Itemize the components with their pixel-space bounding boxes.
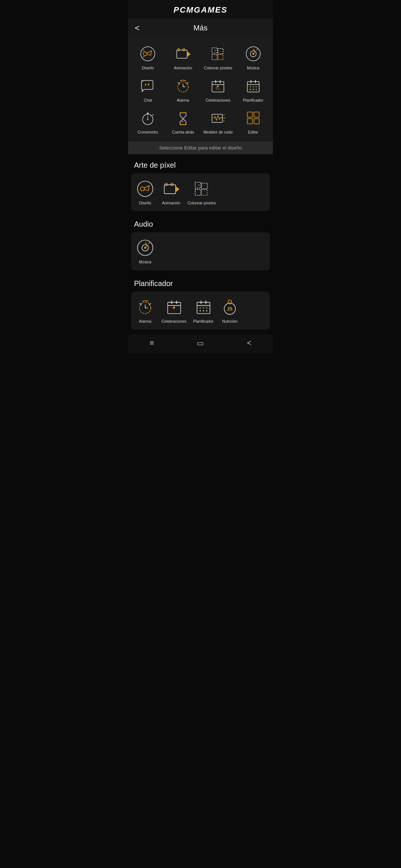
diseno-label: Diseño — [142, 66, 154, 70]
section-animacion[interactable]: Animación — [162, 179, 181, 206]
back-button[interactable]: < — [135, 23, 140, 33]
hint-text: Seleccione Editar para editar el diseño — [159, 145, 242, 151]
svg-point-3 — [177, 49, 180, 51]
svg-point-60 — [206, 310, 207, 311]
planificador-label: Planificador — [243, 98, 263, 103]
medidor-label: Medidor de ruido — [203, 130, 233, 135]
section-colorear[interactable]: Colorear píxeles — [188, 179, 216, 206]
svg-point-56 — [203, 308, 204, 309]
svg-point-44 — [144, 247, 146, 249]
section-grid-arte-pixel: Diseño Animación — [131, 173, 270, 211]
svg-rect-35 — [254, 119, 259, 124]
section-musica[interactable]: Música — [136, 238, 155, 264]
grid-item-musica[interactable]: Música — [237, 44, 270, 70]
svg-point-20 — [252, 86, 254, 87]
section-title-arte-pixel: Arte de píxel — [128, 154, 273, 173]
bottom-nav: ≡ ▭ < — [128, 334, 273, 354]
musica-label: Música — [247, 66, 259, 70]
section-grid-planificador: Alarma Celebraciones — [131, 292, 270, 330]
section-animacion-label: Animación — [162, 201, 180, 206]
section-celebraciones[interactable]: Celebraciones — [162, 297, 186, 324]
stopwatch-icon — [138, 108, 157, 128]
grid-item-alarma[interactable]: Alarma — [167, 76, 199, 103]
section-nutricion-label: Nutrición — [222, 319, 237, 324]
editar-label: Editar — [248, 130, 258, 135]
svg-point-58 — [199, 310, 200, 311]
grid-item-animacion[interactable]: Animación — [167, 44, 199, 70]
noise-icon — [208, 108, 228, 128]
grid-item-planificador[interactable]: Planificador — [237, 76, 270, 103]
svg-point-26 — [147, 119, 149, 120]
svg-point-0 — [141, 47, 155, 61]
cuenta-atras-label: Cuenta atrás — [172, 130, 194, 135]
svg-marker-5 — [188, 52, 190, 56]
section-diseno[interactable]: Diseño — [136, 179, 155, 206]
svg-point-4 — [183, 49, 185, 51]
design-icon — [138, 44, 157, 63]
svg-point-57 — [206, 308, 207, 309]
section-music-icon — [136, 238, 155, 257]
nav-menu-button[interactable]: ≡ — [150, 339, 154, 347]
section-planificador: Planificador Alarma — [128, 273, 273, 330]
svg-rect-2 — [177, 50, 187, 58]
nav-back-button[interactable]: < — [247, 339, 251, 347]
planner-icon — [244, 76, 263, 96]
section-design-icon — [136, 179, 155, 198]
page-title: Más — [136, 24, 265, 32]
svg-point-19 — [250, 86, 251, 87]
grid-item-celebraciones[interactable]: Celebraciones — [202, 76, 234, 103]
celebraciones-label: Celebraciones — [206, 98, 231, 103]
section-grid-items: Diseño Animación — [136, 179, 265, 206]
app-title: PCMGAMES — [128, 0, 273, 19]
svg-point-22 — [250, 89, 251, 90]
quick-grid-container: Diseño Animación — [128, 37, 273, 141]
section-audio: Audio Música — [128, 213, 273, 270]
svg-rect-33 — [254, 112, 259, 117]
svg-point-55 — [199, 308, 200, 309]
svg-point-24 — [255, 89, 257, 90]
section-celebrations-icon — [164, 297, 184, 317]
svg-point-36 — [137, 181, 153, 196]
svg-point-59 — [203, 310, 204, 311]
section-nutricion[interactable]: 25 Nutrición — [220, 297, 239, 324]
svg-point-37 — [140, 187, 144, 191]
colorear-label: Colorear píxeles — [204, 66, 232, 70]
quick-grid: Diseño Animación — [132, 44, 269, 135]
svg-point-14 — [217, 85, 219, 87]
svg-point-40 — [171, 183, 173, 186]
section-title-audio: Audio — [128, 213, 273, 232]
svg-point-39 — [165, 183, 168, 186]
grid-item-cuenta-atras[interactable]: Cuenta atrás — [167, 108, 199, 135]
hint-bar: Seleccione Editar para editar el diseño — [128, 141, 273, 154]
grid-item-cronometro[interactable]: Cronómetro — [132, 108, 164, 135]
section-grid-audio: Música — [131, 232, 270, 270]
section-planificador-items: Alarma Celebraciones — [136, 297, 265, 324]
section-diseno-label: Diseño — [139, 201, 151, 206]
svg-rect-34 — [247, 119, 252, 124]
grid-item-chat[interactable]: Chat — [132, 76, 164, 103]
svg-marker-41 — [176, 187, 179, 191]
section-animation-icon — [162, 179, 181, 198]
svg-rect-38 — [164, 185, 176, 194]
svg-point-50 — [173, 306, 175, 308]
section-title-planificador: Planificador — [128, 273, 273, 292]
music-icon — [244, 44, 263, 63]
grid-item-medidor[interactable]: Medidor de ruido — [202, 108, 234, 135]
section-planner-icon — [194, 297, 213, 317]
section-musica-label: Música — [139, 260, 151, 264]
section-planificador2-label: Planificador — [193, 319, 213, 324]
section-colorear-label: Colorear píxeles — [188, 201, 216, 206]
chat-label: Chat — [144, 98, 152, 103]
svg-point-1 — [143, 52, 147, 56]
alarma-label: Alarma — [177, 98, 189, 103]
grid-item-colorear[interactable]: Colorear píxeles — [202, 44, 234, 70]
section-planificador2[interactable]: Planificador — [193, 297, 213, 324]
section-alarma-label: Alarma — [139, 319, 151, 324]
app-title-text: PCMGAMES — [173, 5, 228, 14]
nav-home-button[interactable]: ▭ — [197, 339, 204, 348]
section-nutrition-icon: 25 — [220, 297, 239, 317]
grid-item-diseno[interactable]: Diseño — [132, 44, 164, 70]
section-alarma[interactable]: Alarma — [136, 297, 155, 324]
grid-item-editar[interactable]: Editar — [237, 108, 270, 135]
animation-icon — [173, 44, 193, 63]
